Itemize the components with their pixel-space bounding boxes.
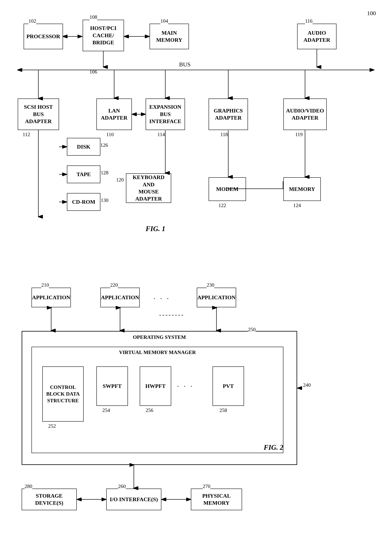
swpft-box: SWPFT xyxy=(96,366,128,406)
ref-220: 220 xyxy=(110,282,118,288)
ref-240: 240 xyxy=(303,382,311,388)
ref-124: 124 xyxy=(293,202,301,208)
io-interface-box: I/O INTERFACE(S) xyxy=(106,488,161,510)
keyboard-mouse-box: KEYBOARD AND MOUSE ADAPTER xyxy=(126,173,171,203)
disk-box: DISK xyxy=(67,138,100,156)
audio-video-box: AUDIO/VIDEO ADAPTER xyxy=(283,99,327,130)
ref-122: 122 xyxy=(218,202,226,208)
ref-230: 230 xyxy=(207,282,214,288)
modem-box: MODEM xyxy=(209,177,246,201)
ref-260: 260 xyxy=(118,483,126,489)
ref-106: 106 xyxy=(90,69,97,75)
host-pci-box: HOST/PCI CACHE/ BRIDGE xyxy=(83,20,124,51)
ref-110: 110 xyxy=(106,132,114,137)
ref-130: 130 xyxy=(101,197,108,203)
ref-100: 100 xyxy=(367,10,376,17)
scsi-host-box: SCSI HOST BUS ADAPTER xyxy=(18,99,59,130)
ref-118: 118 xyxy=(220,132,228,137)
ref-114: 114 xyxy=(157,132,165,137)
ref-210: 210 xyxy=(41,282,49,288)
ref-104: 104 xyxy=(160,18,168,24)
ref-258: 258 xyxy=(219,407,227,413)
ref-120: 120 xyxy=(116,177,124,183)
storage-box: STORAGE DEVICE(S) xyxy=(22,488,77,510)
phys-memory-box: PHYSICAL MEMORY xyxy=(191,488,242,510)
ref-256: 256 xyxy=(146,407,153,413)
figure-1: 100 PROCESSOR 102 HOST/PCI CACHE/ BRIDGE… xyxy=(12,8,380,264)
app2-box: APPLICATION xyxy=(100,288,140,307)
graphics-adapter-box: GRAPHICS ADAPTER xyxy=(209,99,248,130)
pvt-box: PVT xyxy=(212,366,244,406)
fig1-label: FIG. 1 xyxy=(146,225,165,233)
ref-126: 126 xyxy=(100,142,108,148)
ref-116: 116 xyxy=(305,18,313,24)
hwpft-box: HWPFT xyxy=(140,366,171,406)
audio-adapter-box: AUDIO ADAPTER xyxy=(297,24,336,49)
ref-252: 252 xyxy=(48,423,56,429)
lan-adapter-box: LAN ADAPTER xyxy=(96,99,132,130)
ref-250: 250 xyxy=(248,327,256,333)
ref-254: 254 xyxy=(102,407,110,413)
main-memory-box: MAIN MEMORY xyxy=(150,24,189,49)
tape-box: TAPE xyxy=(67,165,100,183)
bus-label: BUS xyxy=(179,61,190,68)
expansion-bus-box: EXPANSION BUS INTERFACE xyxy=(146,99,185,130)
processor-box: PROCESSOR xyxy=(24,24,63,49)
control-block-box: CONTROL BLOCK DATA STRUCTURE xyxy=(42,366,84,422)
ref-112: 112 xyxy=(23,132,30,137)
app1-box: APPLICATION xyxy=(31,288,71,307)
memory-box: MEMORY xyxy=(283,177,321,201)
dots-top: · · · xyxy=(154,294,170,303)
ref-128: 128 xyxy=(101,170,108,176)
dots-mid: · · · xyxy=(177,382,194,390)
cd-rom-box: CD-ROM xyxy=(67,193,100,211)
app3-box: APPLICATION xyxy=(197,288,236,307)
fig2-label: FIG. 2 xyxy=(264,443,283,452)
page: 100 PROCESSOR 102 HOST/PCI CACHE/ BRIDGE… xyxy=(0,0,392,552)
ref-280: 280 xyxy=(25,483,32,489)
ref-108: 108 xyxy=(90,14,97,20)
figure-2: APPLICATION 210 APPLICATION 220 · · · AP… xyxy=(12,276,380,540)
ref-119: 119 xyxy=(295,132,303,137)
ref-270: 270 xyxy=(203,483,210,489)
ref-102: 102 xyxy=(28,18,36,24)
